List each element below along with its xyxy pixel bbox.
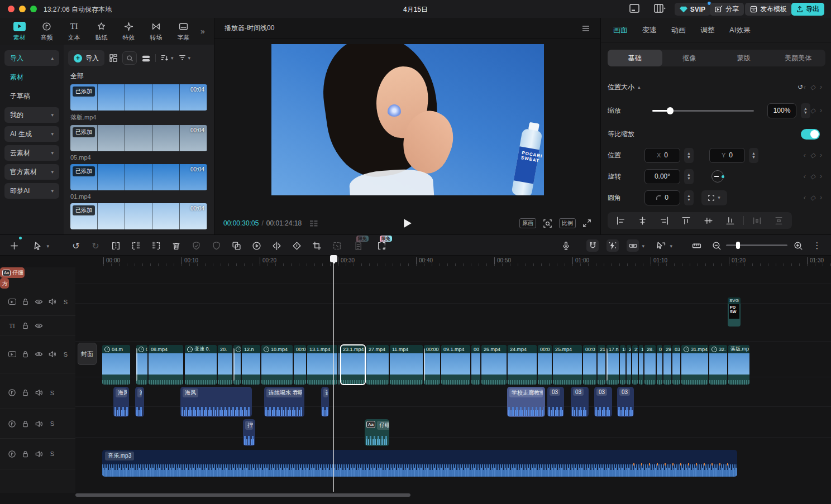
extract-text-button[interactable]: 限免 [352,239,364,252]
tab-贴纸[interactable]: 贴纸 [88,21,115,42]
transition-marker[interactable] [424,348,425,381]
tab-音频[interactable]: 音频 [33,21,60,42]
align-vcenter-button[interactable] [699,214,718,227]
nav-item-我的[interactable]: 我的▾ [4,107,59,123]
link-button[interactable]: ▾ [627,239,639,252]
split-right-button[interactable] [150,239,162,252]
video-clip[interactable]: 11.mp4 [390,345,423,385]
audio-clip[interactable]: 学校走廊教室 [507,387,545,417]
transition-marker[interactable] [606,348,608,381]
video-clip[interactable]: ◔变速 0. [185,345,217,385]
align-bottom-button[interactable] [720,214,740,227]
transition-marker[interactable] [136,348,137,381]
video-clip[interactable]: ◔10.mp4 [261,345,293,385]
audio-clip[interactable]: 海 [135,387,144,417]
music-clip[interactable]: 音乐.mp3 [102,450,737,477]
split-button[interactable] [109,239,122,252]
audio-clip[interactable]: 03 [571,387,589,417]
video-clip[interactable]: 08.mp4 [149,345,183,385]
subtab-基础[interactable]: 基础 [608,50,662,66]
timeline-zoom-slider[interactable] [726,244,787,246]
audio-clip[interactable]: 海风 [180,387,252,417]
zoom-out-button[interactable] [710,239,723,252]
align-left-button[interactable] [611,214,631,227]
video-clip[interactable]: 25.mp4 [553,345,582,385]
subtab-美颜美体[interactable]: 美颜美体 [771,50,826,66]
speed-button[interactable] [250,239,262,252]
video-clip[interactable]: 1 [639,345,643,385]
transition-marker[interactable] [233,348,235,381]
inspector-tab-变速[interactable]: 变速 [642,25,657,35]
delete-button[interactable] [170,239,182,252]
frames-grid-icon[interactable] [309,219,318,227]
audio-clip[interactable]: 03 [594,387,612,417]
smart-mask-button[interactable] [190,239,202,252]
playhead-handle[interactable] [330,255,337,262]
corner-select-button[interactable]: ▾ [701,190,727,205]
rotate-stepper[interactable]: ▲▼ [684,169,694,184]
video-clip[interactable]: 00:0 [538,345,552,385]
qr-transfer-icon[interactable] [109,54,118,63]
zoom-in-button[interactable] [792,239,804,252]
video-clip[interactable]: 24.mp4 [508,345,537,385]
reset-icon[interactable]: ↺ [797,83,803,91]
nav-item-子草稿[interactable]: 子草稿 [4,88,59,104]
scale-slider[interactable] [652,110,754,112]
align-right-button[interactable] [655,214,674,227]
video-clip[interactable]: ◔31.mp4 [681,345,708,385]
align-top-button[interactable] [676,214,696,227]
video-clip[interactable]: 2 [627,345,631,385]
media-item[interactable]: 已添加00:04 [70,203,207,229]
search-button[interactable] [122,51,137,65]
ruler-button[interactable] [690,239,703,252]
sort-icon[interactable]: ▾ [160,54,174,62]
video-clip[interactable]: ◔变 [233,345,241,385]
tab-转场[interactable]: 转场 [142,21,170,42]
video-clip[interactable]: 13.1.mp4 [307,345,337,385]
video-clip[interactable]: 12.n [242,345,260,385]
magnet-button[interactable] [586,239,599,252]
expand-tabs-icon[interactable]: » [200,27,205,36]
video-clip[interactable] [338,345,340,385]
video-clip[interactable]: ◔04.m [102,345,130,385]
keyframe-nav[interactable]: ‹◇› [804,107,822,114]
mask-button[interactable] [210,239,222,252]
layout-bottom-icon[interactable] [629,3,640,13]
nav-item-云素材[interactable]: 云素材▾ [4,145,59,161]
video-clip[interactable]: 00:0 [294,345,306,385]
media-item[interactable]: 已添加00:0405.mp4 [70,125,207,161]
cursor-preview-button[interactable]: ▾ [655,239,667,252]
media-item[interactable]: 已添加00:04落版.mp4 [70,84,207,122]
video-clip[interactable]: 27.mp4 [366,345,389,385]
inspector-tab-动画[interactable]: 动画 [671,25,686,35]
undo-button[interactable]: ↺ [70,239,82,252]
flash-button[interactable] [606,239,619,252]
position-y-stepper[interactable]: ▲▼ [749,148,758,163]
timeline-ruler[interactable]: 00:0000:1000:2000:3000:4000:5001:0001:10… [75,256,831,267]
import-media-button[interactable]: + 导入 [68,50,104,66]
more-button[interactable]: ⋮ [811,239,823,252]
scale-value-field[interactable]: 100% [767,103,796,118]
overlay-button[interactable] [230,239,242,252]
keyframe-nav[interactable]: ‹◇› [804,194,822,201]
inspector-tab-画面[interactable]: 画面 [613,25,628,35]
media-item[interactable]: 已添加00:0401.mp4 [70,164,207,200]
video-clip[interactable]: ◔32. [709,345,727,385]
audio-clip[interactable]: Aa仔细 [365,419,389,446]
split-left-button[interactable] [130,239,142,252]
keyframe-nav[interactable]: ‹◇› [804,172,822,180]
video-clip[interactable]: 26.mp4 [481,345,507,385]
nav-item-导入[interactable]: 导入▴ [4,50,59,66]
tab-素材[interactable]: 素材 [6,21,33,42]
share-button[interactable]: 分享 [710,3,744,16]
original-quality-button[interactable]: 原画 [519,218,536,228]
video-clip[interactable]: 0: [657,345,662,385]
zoom-slider-knob[interactable] [736,242,740,249]
audio-clip[interactable]: 连续喝水 吞咽 [264,387,304,417]
rotate-dial[interactable] [711,170,724,183]
position-x-field[interactable]: X0 [644,148,680,163]
publish-template-button[interactable]: 发布模板 [745,3,792,16]
video-clip[interactable]: 29 [663,345,671,385]
inspector-tab-调整[interactable]: 调整 [700,25,715,35]
keyframe-nav[interactable]: ‹◇› [804,83,822,91]
